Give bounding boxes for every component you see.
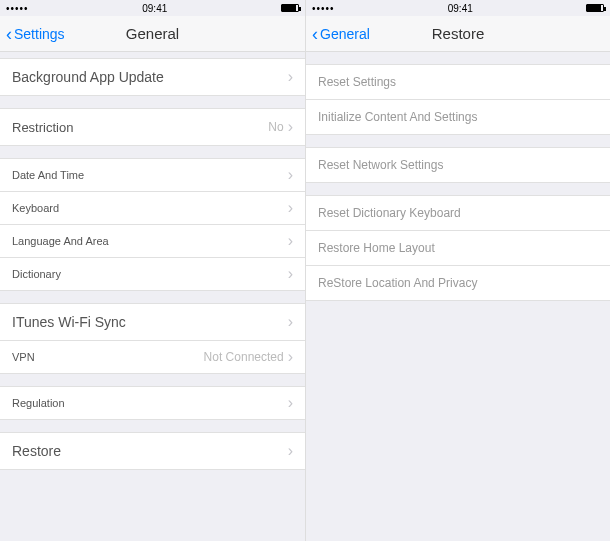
status-right xyxy=(281,4,299,12)
content: Background App Update › Restriction No ›… xyxy=(0,52,305,470)
chevron-right-icon: › xyxy=(288,233,293,249)
back-label: Settings xyxy=(14,26,65,42)
chevron-left-icon: ‹ xyxy=(312,25,318,43)
phone-general: ••••• 09:41 ‹ Settings General Backgroun… xyxy=(0,0,305,541)
chevron-right-icon: › xyxy=(288,119,293,135)
status-right xyxy=(586,4,604,12)
chevron-left-icon: ‹ xyxy=(6,25,12,43)
row-restore[interactable]: Restore › xyxy=(0,432,305,470)
row-value: No xyxy=(268,120,283,134)
row-label: Initialize Content And Settings xyxy=(318,110,477,124)
page-title: General xyxy=(126,25,179,42)
nav-bar: ‹ General Restore xyxy=(306,16,610,52)
row-language-area[interactable]: Language And Area › xyxy=(0,225,305,258)
chevron-right-icon: › xyxy=(288,443,293,459)
row-initialize-content[interactable]: Initialize Content And Settings xyxy=(306,100,610,135)
row-itunes-wifi[interactable]: ITunes Wi-Fi Sync › xyxy=(0,303,305,341)
chevron-right-icon: › xyxy=(288,200,293,216)
status-left: ••••• xyxy=(6,3,29,14)
signal-icon: ••••• xyxy=(6,3,29,14)
row-label: Background App Update xyxy=(12,69,164,85)
row-label: Reset Settings xyxy=(318,75,396,89)
row-label: Reset Dictionary Keyboard xyxy=(318,206,461,220)
back-label: General xyxy=(320,26,370,42)
row-date-time[interactable]: Date And Time › xyxy=(0,158,305,192)
chevron-right-icon: › xyxy=(288,395,293,411)
row-label: Language And Area xyxy=(12,235,109,247)
status-bar: ••••• 09:41 xyxy=(0,0,305,16)
signal-icon: ••••• xyxy=(312,3,335,14)
battery-icon xyxy=(281,4,299,12)
status-left: ••••• xyxy=(312,3,335,14)
nav-bar: ‹ Settings General xyxy=(0,16,305,52)
row-label: Dictionary xyxy=(12,268,61,280)
row-label: Reset Network Settings xyxy=(318,158,443,172)
row-label: Regulation xyxy=(12,397,65,409)
phone-restore: ••••• 09:41 ‹ General Restore Reset Sett… xyxy=(305,0,610,541)
row-restore-location-privacy[interactable]: ReStore Location And Privacy xyxy=(306,266,610,301)
page-title: Restore xyxy=(432,25,485,42)
status-bar: ••••• 09:41 xyxy=(306,0,610,16)
row-restore-home-layout[interactable]: Restore Home Layout xyxy=(306,231,610,266)
back-button[interactable]: ‹ General xyxy=(312,25,370,43)
chevron-right-icon: › xyxy=(288,167,293,183)
row-label: ReStore Location And Privacy xyxy=(318,276,477,290)
row-label: ITunes Wi-Fi Sync xyxy=(12,314,126,330)
chevron-right-icon: › xyxy=(288,69,293,85)
row-label: Date And Time xyxy=(12,169,84,181)
chevron-right-icon: › xyxy=(288,314,293,330)
row-reset-settings[interactable]: Reset Settings xyxy=(306,64,610,100)
battery-icon xyxy=(586,4,604,12)
row-restriction[interactable]: Restriction No › xyxy=(0,108,305,146)
row-background-app-update[interactable]: Background App Update › xyxy=(0,58,305,96)
content: Reset Settings Initialize Content And Se… xyxy=(306,52,610,301)
chevron-right-icon: › xyxy=(288,349,293,365)
row-value: Not Connected xyxy=(204,350,284,364)
row-label: Restore xyxy=(12,443,61,459)
row-reset-dictionary-keyboard[interactable]: Reset Dictionary Keyboard xyxy=(306,195,610,231)
row-label: Restriction xyxy=(12,120,73,135)
row-label: Keyboard xyxy=(12,202,59,214)
row-reset-network[interactable]: Reset Network Settings xyxy=(306,147,610,183)
status-time: 09:41 xyxy=(142,3,167,14)
status-time: 09:41 xyxy=(448,3,473,14)
row-label: VPN xyxy=(12,351,35,363)
row-dictionary[interactable]: Dictionary › xyxy=(0,258,305,291)
chevron-right-icon: › xyxy=(288,266,293,282)
row-keyboard[interactable]: Keyboard › xyxy=(0,192,305,225)
back-button[interactable]: ‹ Settings xyxy=(6,25,65,43)
row-vpn[interactable]: VPN Not Connected › xyxy=(0,341,305,374)
row-label: Restore Home Layout xyxy=(318,241,435,255)
row-regulation[interactable]: Regulation › xyxy=(0,386,305,420)
